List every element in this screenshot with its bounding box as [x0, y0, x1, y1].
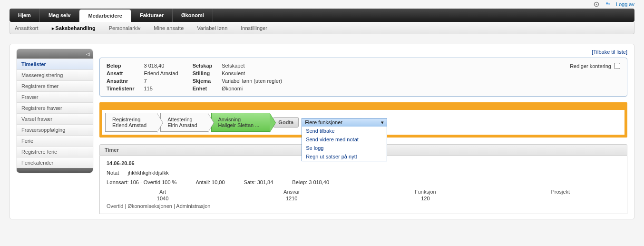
info-skjema-label: Skjema [193, 78, 213, 84]
gear-icon[interactable] [593, 1, 600, 8]
edit-kontering-label: Rediger kontering [570, 63, 611, 69]
menu-item-se-logg[interactable]: Se logg [302, 144, 387, 152]
info-skjema-value: Variabel lønn (uten regler) [222, 78, 282, 84]
step-registrering: Registrering Erlend Arnstad [105, 113, 157, 132]
svg-point-2 [606, 2, 608, 4]
main-nav: Hjem Meg selv Medarbeidere Fakturaer Øko… [10, 9, 634, 22]
subnav-variabellonn[interactable]: Variabel lønn [197, 25, 227, 31]
svg-point-1 [596, 4, 597, 5]
antall-label: Antall: [195, 179, 210, 185]
info-selskap-value: Selskapet [222, 63, 282, 69]
step-who: Erlend Arnstad [112, 122, 146, 128]
lonnsart-label: Lønnsart: [107, 179, 128, 185]
sidebar-item-registrereferie[interactable]: Registrere ferie [17, 146, 93, 157]
sidebar-item-fravaersoppfolging[interactable]: Fraværsoppfølging [17, 124, 93, 135]
sidebar-item-fravaer[interactable]: Fravær [17, 91, 93, 102]
subnav-saksbehandling[interactable]: Saksbehandling [52, 25, 96, 31]
main-tab-hjem[interactable]: Hjem [10, 9, 40, 22]
sidebar-item-masseregistrering[interactable]: Masseregistrering [17, 69, 93, 80]
main-tab-medarbeidere[interactable]: Medarbeidere [79, 10, 131, 22]
info-selskap-label: Selskap [193, 63, 213, 69]
info-ansatt-label: Ansatt [107, 70, 135, 76]
timer-belop-label: Beløp: [292, 179, 307, 185]
antall-value: 10,00 [212, 179, 225, 185]
kontering-trail: Overtid | Økonomiseksjonen | Administras… [107, 203, 620, 209]
menu-item-regn-ut[interactable]: Regn ut satser på nytt [302, 152, 387, 161]
sidebar-item-timelister[interactable]: Timelister [17, 59, 93, 69]
prosjekt-value [501, 196, 620, 201]
sats-value: 301,84 [257, 179, 273, 185]
info-stilling-value: Konsulent [222, 70, 282, 76]
sub-nav: Ansattkort Saksbehandling Personalarkiv … [10, 22, 634, 34]
step-attestering: Attestering Eirin Arnstad [160, 113, 208, 132]
back-to-list-link[interactable]: [Tilbake til liste] [592, 49, 627, 55]
sidebar-item-registrerefravaer[interactable]: Registrere fravær [17, 102, 93, 113]
more-actions-dropdown[interactable]: Flere funksjoner ▾ [302, 118, 387, 127]
sats-label: Sats: [244, 179, 256, 185]
step-who: Hallgeir Slettan ... [218, 122, 260, 128]
subnav-innstillinger[interactable]: Innstillinger [241, 25, 267, 31]
more-actions-menu: Send tilbake Send videre med notat Se lo… [302, 127, 387, 161]
main-tab-fakturaer[interactable]: Fakturaer [131, 9, 173, 22]
info-stilling-label: Stilling [193, 70, 213, 76]
info-belop-label: Beløp [107, 63, 135, 69]
info-belop-value: 3 018,40 [144, 63, 178, 69]
funksjon-value: 120 [364, 196, 486, 201]
menu-item-send-videre[interactable]: Send videre med notat [302, 135, 387, 144]
funksjon-header: Funksjon [364, 189, 486, 195]
dropdown-label: Flere funksjoner [305, 119, 342, 125]
art-header: Art [107, 189, 219, 195]
sidebar-item-varselfravaer[interactable]: Varsel fravær [17, 113, 93, 124]
accept-button[interactable]: Godta [273, 117, 299, 128]
subnav-personalarkiv[interactable]: Personalarkiv [109, 25, 141, 31]
timer-date-range: 14.06-20.06 [107, 160, 620, 166]
prosjekt-header: Prosjekt [501, 189, 620, 195]
sidebar: ◁ Timelister Masseregistrering Registrer… [17, 49, 93, 173]
step-who: Eirin Arnstad [167, 122, 197, 128]
sidebar-item-registreretimer[interactable]: Registrere timer [17, 80, 93, 91]
info-enhet-label: Enhet [193, 86, 213, 91]
lonnsart-value: 106 - Overtid 100 % [130, 179, 177, 185]
menu-item-send-tilbake[interactable]: Send tilbake [302, 127, 387, 135]
art-value: 1040 [107, 196, 219, 201]
timer-body: 14.06-20.06 Notat jhkhkhkghkfdjsfkk Lønn… [99, 156, 627, 214]
ansvar-value: 1210 [233, 196, 350, 201]
info-ansatt-value: Erlend Arnstad [144, 70, 178, 76]
main-tab-megselv[interactable]: Meg selv [40, 9, 79, 22]
people-icon[interactable] [605, 1, 611, 8]
edit-kontering-checkbox[interactable] [614, 63, 620, 69]
workflow-bar: Registrering Erlend Arnstad Attestering … [99, 102, 627, 138]
subnav-mineansatte[interactable]: Mine ansatte [154, 25, 184, 31]
chevron-down-icon: ▾ [381, 119, 384, 126]
sidebar-collapse-icon[interactable]: ◁ [86, 51, 90, 57]
step-title: Registrering [112, 117, 146, 122]
info-ansattnr-value: 7 [144, 78, 178, 84]
sidebar-item-ferie[interactable]: Ferie [17, 135, 93, 146]
subnav-ansattkort[interactable]: Ansattkort [15, 25, 39, 31]
logout-link[interactable]: Logg av [616, 1, 634, 7]
sidebar-item-feriekalender[interactable]: Feriekalender [17, 157, 93, 168]
step-anvisning: Anvisning Hallgeir Slettan ... [211, 113, 271, 132]
info-ansattnr-label: Ansattnr [107, 78, 135, 84]
info-timelistenr-value: 115 [144, 86, 178, 91]
timer-belop-value: 3 018,40 [309, 179, 329, 185]
notat-label: Notat [107, 170, 119, 176]
info-box: Beløp 3 018,40 Ansatt Erlend Arnstad Ans… [99, 58, 627, 97]
step-title: Attestering [167, 117, 197, 122]
notat-value: jhkhkhkghkfdjsfkk [128, 170, 169, 176]
main-tab-okonomi[interactable]: Økonomi [173, 9, 213, 22]
svg-point-3 [608, 3, 610, 5]
ansvar-header: Ansvar [233, 189, 350, 195]
step-title: Anvisning [218, 117, 260, 122]
info-enhet-value: Økonomi [222, 86, 282, 91]
info-timelistenr-label: Timelistenr [107, 86, 135, 91]
